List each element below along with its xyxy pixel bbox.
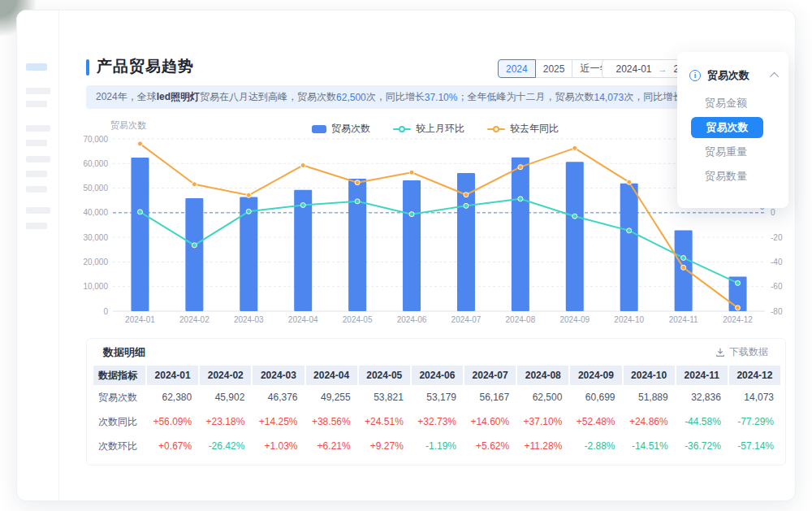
point-mom-2024-10 [627,228,632,233]
point-yoy-2024-07 [464,193,469,197]
indicator-dropdown-header[interactable]: i 贸易次数 [689,68,779,83]
point-mom-2024-06 [409,212,414,217]
table-header-2024-03: 2024-03 [253,366,304,385]
info-icon: i [689,70,701,81]
right-axis-tick: -20 [771,233,783,242]
x-axis-label: 2024-10 [614,315,644,324]
dropdown-option-贸易重量[interactable]: 贸易重量 [677,140,788,164]
table-cell: +1.03% [253,434,304,458]
skeleton-bar [26,101,47,107]
table-cell: +0.67% [147,434,198,458]
period-filter-group: 20242025近一年 [498,59,617,78]
table-header-2024-10: 2024-10 [624,366,675,385]
download-data-button[interactable]: 下载数据 [715,345,768,359]
point-yoy-2024-11 [681,265,686,270]
table-cell: +14.60% [464,409,516,434]
table-header-2024-04: 2024-04 [306,366,357,385]
table-cell: -77.29% [729,409,780,434]
row-label: 贸易次数 [93,385,145,409]
point-yoy-2024-08 [518,165,523,170]
x-axis-label: 2024-11 [669,315,698,324]
table-cell: 53,821 [359,385,410,409]
table-cell: -36.72% [676,434,728,458]
point-yoy-2024-04 [300,162,305,167]
left-axis-tick: 30,000 [83,233,108,242]
skeleton-bar [26,207,50,214]
skeleton-bar [26,88,50,94]
point-mom-2024-12 [736,280,741,285]
table-cell: +11.28% [517,434,568,458]
point-mom-2024-05 [355,199,360,204]
table-cell: +38.56% [306,409,357,434]
line-yoy [140,144,737,308]
summary-segment: 14,073 [594,92,624,103]
summary-segment: 贸易在八月达到高峰，贸易次数 [200,90,336,104]
table-row-贸易次数: 贸易次数62,38045,90246,37649,25553,82153,179… [93,385,780,409]
x-axis-label: 2024-04 [288,315,318,324]
table-header-2024-02: 2024-02 [200,366,251,385]
table-cell: +32.73% [412,409,463,434]
table-cell: 56,167 [464,385,516,409]
right-axis-tick: -40 [771,258,783,266]
point-mom-2024-04 [300,202,305,207]
summary-segment: ；全年低峰为十二月，贸易次数 [457,90,594,104]
left-axis-tick: 50,000 [83,184,108,193]
point-mom-2024-09 [572,214,577,219]
sidebar-skeleton [17,11,59,500]
table-cell: -14.51% [624,434,675,458]
table-cell: -57.14% [729,434,780,458]
summary-segment: 2024年，全球 [96,90,157,104]
data-detail-card: 数据明细 下载数据 数据指标2024-012024-022024-032024-… [86,338,786,466]
bar-2024-06 [403,180,421,311]
point-yoy-2024-02 [192,182,197,187]
table-cell: 14,073 [729,385,780,409]
table-cell: +37.10% [517,409,568,434]
skeleton-bar [26,171,47,177]
arrow-right-icon: → [659,64,667,74]
table-cell: +14.25% [253,409,304,434]
bar-2024-10 [620,184,638,311]
table-header-2024-01: 2024-01 [147,366,198,385]
x-axis-label: 2024-07 [451,315,482,324]
table-header-2024-11: 2024-11 [676,366,728,385]
dropdown-option-贸易次数[interactable]: 贸易次数 [691,117,763,138]
point-yoy-2024-09 [572,145,577,150]
table-cell: 46,376 [253,385,304,409]
date-range-start: 2024-01 [615,63,651,75]
table-header-2024-09: 2024-09 [570,366,621,385]
table-cell: 62,380 [147,385,198,409]
table-header-2024-08: 2024-08 [517,366,568,385]
point-yoy-2024-06 [409,170,414,175]
row-label: 次数环比 [93,434,145,458]
table-header-metric: 数据指标 [93,366,145,385]
filter-option-2024[interactable]: 2024 [498,59,536,78]
table-row-次数环比: 次数环比+0.67%-26.42%+1.03%+6.21%+9.27%-1.19… [93,434,780,458]
point-yoy-2024-05 [355,180,360,185]
left-axis-tick: 0 [103,307,108,316]
point-mom-2024-08 [518,197,523,201]
summary-banner: 2024年，全球led照明灯贸易在八月达到高峰，贸易次数62,500次，同比增长… [86,85,772,109]
table-cell: +9.27% [359,434,410,458]
dropdown-option-贸易数量[interactable]: 贸易数量 [677,164,788,188]
app-window: 产品贸易趋势 20242025近一年 2024-01 → 2024-12 202… [16,10,796,501]
skeleton-bar-active [26,63,47,71]
table-cell: -2.88% [570,434,621,458]
x-axis-label: 2024-09 [559,315,590,324]
table-cell: +56.09% [147,409,198,434]
table-header-2024-05: 2024-05 [359,366,410,385]
x-axis-label: 2024-12 [723,315,753,324]
bar-2024-08 [512,158,529,311]
skeleton-bar [26,125,50,132]
x-axis-label: 2024-02 [179,315,209,324]
filter-option-2025[interactable]: 2025 [535,59,573,78]
table-cell: +24.86% [624,409,675,434]
bar-2024-11 [675,231,693,311]
summary-segment: led照明灯 [157,90,200,104]
point-mom-2024-01 [137,210,142,214]
table-cell: +5.62% [464,434,516,458]
left-axis-tick: 10,000 [83,282,108,291]
dropdown-option-贸易金额[interactable]: 贸易金额 [677,91,788,115]
summary-segment: 次，同比增长 [624,90,682,104]
data-detail-table: 数据指标2024-012024-022024-032024-042024-052… [93,366,780,458]
skeleton-bar [26,186,47,193]
